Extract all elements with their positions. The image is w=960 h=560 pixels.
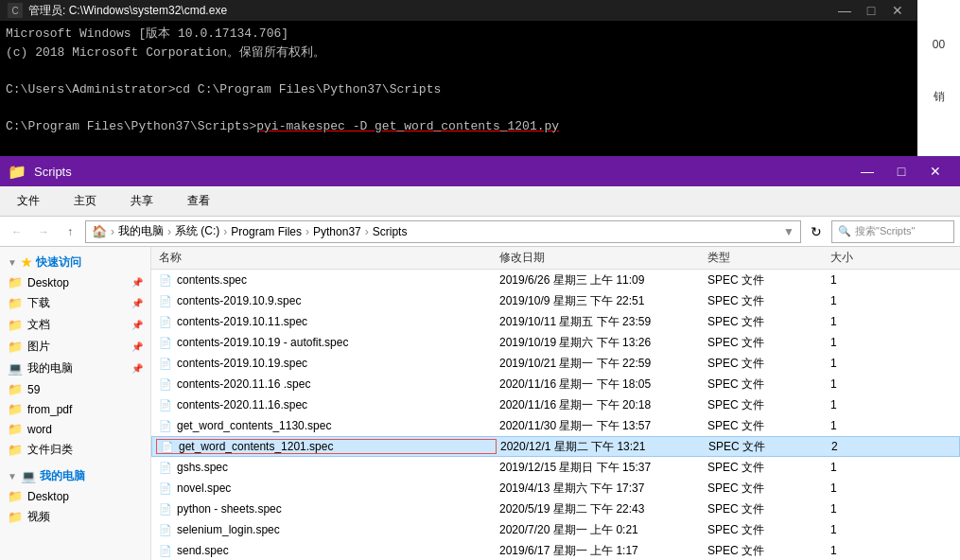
file-icon: 📄 [159,378,172,391]
file-type: SPEC 文件 [704,314,827,330]
file-list-container: 名称 修改日期 类型 大小 📄 contents.spec 2019/6/26 … [151,247,960,560]
file-modified: 2020/12/1 星期二 下午 13:21 [497,439,705,455]
sidebar-item-word[interactable]: 📁 word [0,419,150,439]
folder-icon-4: 📁 [8,340,23,354]
sidebar-item-video[interactable]: 📁 视频 [0,506,150,528]
col-header-size[interactable]: 大小 [827,250,902,266]
pc-icon: 💻 [8,361,23,376]
table-row[interactable]: 📄 get_word_contents_1201.spec 2020/12/1 … [151,436,960,457]
cmd-close-button[interactable]: ✕ [885,0,910,21]
back-button[interactable]: ← [6,220,28,243]
file-modified: 2020/11/30 星期一 下午 13:57 [496,418,704,434]
file-size: 1 [827,357,902,370]
folder-icon-6: 📁 [8,402,23,416]
search-box[interactable]: 🔍 搜索"Scripts" [831,220,954,243]
file-name-cell: 📄 get_word_contents_1201.spec [156,439,497,454]
ribbon-tab-file[interactable]: 文件 [8,189,49,213]
file-modified: 2020/11/16 星期一 下午 18:05 [496,376,704,393]
table-row[interactable]: 📄 contents-2020.11.16 .spec 2020/11/16 星… [151,374,960,394]
file-icon: 📄 [159,482,172,495]
sidebar-item-pictures[interactable]: 📁 图片 📌 [0,336,150,358]
file-icon: 📄 [159,545,172,557]
explorer-close-button[interactable]: ✕ [918,156,952,186]
pin-icon-5: 📌 [131,363,143,374]
address-path[interactable]: 🏠 › 我的电脑 › 系统 (C:) › Program Files › Pyt… [85,220,801,243]
folder-icon-10: 📁 [8,510,23,524]
sidebar-label-download: 下载 [27,295,50,311]
ribbon-tab-share[interactable]: 共享 [121,189,163,213]
folder-icon-8: 📁 [8,443,23,457]
file-modified: 2019/10/21 星期一 下午 22:59 [496,356,704,372]
file-name-cell: 📄 contents-2019.10.19.spec [155,357,496,370]
file-type: SPEC 文件 [704,293,827,309]
cmd-minimize-button[interactable]: — [832,0,857,21]
sidebar-label-desktop-2: Desktop [27,490,69,503]
file-type: SPEC 文件 [704,460,827,476]
col-header-modified[interactable]: 修改日期 [496,250,704,266]
file-size: 1 [827,273,902,287]
explorer-maximize-button[interactable]: □ [884,156,918,186]
col-header-type[interactable]: 类型 [704,250,827,266]
file-name-cell: 📄 contents-2019.10.19 - autofit.spec [155,336,496,349]
address-dropdown-icon[interactable]: ▼ [783,225,794,238]
up-button[interactable]: ↑ [59,220,81,243]
refresh-button[interactable]: ↻ [805,220,828,243]
table-row[interactable]: 📄 gshs.spec 2019/12/15 星期日 下午 15:37 SPEC… [151,457,960,478]
sidebar-item-59[interactable]: 📁 59 [0,379,150,399]
cmd-maximize-button[interactable]: □ [859,0,883,21]
file-name-cell: 📄 send.spec [155,544,496,557]
folder-icon-5: 📁 [8,382,23,396]
file-icon: 📄 [159,316,172,328]
sidebar-label-mypc: 我的电脑 [27,360,73,376]
file-name: contents-2019.10.11.spec [177,315,307,328]
address-bar: ← → ↑ 🏠 › 我的电脑 › 系统 (C:) › Program Files… [0,217,960,247]
table-row[interactable]: 📄 python - sheets.spec 2020/5/19 星期二 下午 … [151,499,960,519]
forward-button[interactable]: → [32,220,55,243]
path-segment-4: Python37 [313,225,361,238]
cmd-controls: — □ ✕ [832,0,910,21]
file-type: SPEC 文件 [704,501,827,517]
sidebar-mypc-section[interactable]: ▼ 💻 我的电脑 [0,464,150,486]
ribbon-tab-home[interactable]: 主页 [64,189,106,213]
chevron-down-icon: ▼ [8,257,17,268]
sidebar-item-desktop[interactable]: 📁 Desktop 📌 [0,272,150,292]
file-size: 1 [827,544,902,557]
ribbon-tab-view[interactable]: 查看 [178,189,219,213]
sidebar-item-from-pdf[interactable]: 📁 from_pdf [0,399,150,419]
table-row[interactable]: 📄 selenium_login.spec 2020/7/20 星期一 上午 0… [151,519,960,540]
file-type: SPEC 文件 [704,481,827,497]
quick-access-label: 快速访问 [36,254,81,271]
table-row[interactable]: 📄 contents-2019.10.19.spec 2019/10/21 星期… [151,353,960,374]
cmd-icon: C [8,3,23,18]
sidebar-item-documents[interactable]: 📁 文档 📌 [0,314,150,336]
file-type: SPEC 文件 [704,335,827,351]
file-name: contents.spec [177,273,247,287]
sidebar-item-file-classify[interactable]: 📁 文件归类 [0,439,150,461]
table-row[interactable]: 📄 novel.spec 2019/4/13 星期六 下午 17:37 SPEC… [151,478,960,499]
table-row[interactable]: 📄 contents-2019.10.19 - autofit.spec 201… [151,332,960,353]
table-row[interactable]: 📄 get_word_contents_1130.spec 2020/11/30… [151,415,960,436]
file-icon: 📄 [159,358,172,370]
sidebar-label-pictures: 图片 [27,339,50,355]
explorer-minimize-button[interactable]: — [850,156,884,186]
sidebar-item-mypc[interactable]: 💻 我的电脑 📌 [0,358,150,379]
table-row[interactable]: 📄 contents-2019.10.9.spec 2019/10/9 星期三 … [151,290,960,311]
table-row[interactable]: 📄 contents-2019.10.11.spec 2019/10/11 星期… [151,311,960,332]
file-modified: 2019/10/19 星期六 下午 13:26 [496,335,704,351]
table-row[interactable]: 📄 contents-2020.11.16.spec 2020/11/16 星期… [151,394,960,415]
table-row[interactable]: 📄 send.spec 2019/6/17 星期一 上午 1:17 SPEC 文… [151,540,960,560]
file-type: SPEC 文件 [704,397,827,413]
sidebar-quick-access[interactable]: ▼ ★ 快速访问 [0,251,150,272]
sidebar-label-documents: 文档 [27,317,50,333]
file-modified: 2019/12/15 星期日 下午 15:37 [496,460,704,476]
sidebar-label-from-pdf: from_pdf [27,403,72,416]
sidebar-item-download[interactable]: 📁 下载 📌 [0,292,150,314]
file-icon: 📄 [159,399,172,411]
path-sep-1: › [111,225,114,238]
sidebar-item-desktop-2[interactable]: 📁 Desktop [0,486,150,506]
cmd-title: 管理员: C:\Windows\system32\cmd.exe [28,3,227,19]
file-name: contents-2020.11.16 .spec [177,377,310,391]
col-header-name[interactable]: 名称 [155,250,496,266]
file-size: 1 [827,336,902,349]
table-row[interactable]: 📄 contents.spec 2019/6/26 星期三 上午 11:09 S… [151,270,960,290]
